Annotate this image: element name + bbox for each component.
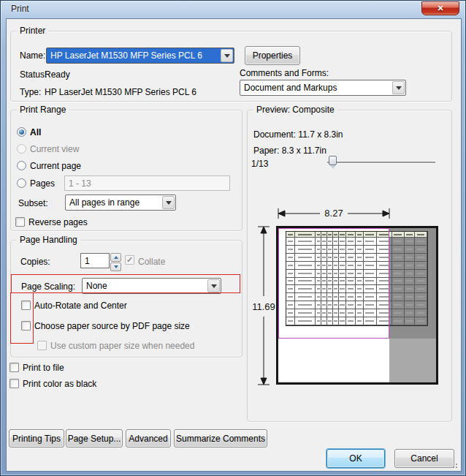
preview-table-cell xyxy=(405,285,415,293)
chevron-down-icon[interactable] xyxy=(221,49,233,62)
ok-button[interactable]: OK xyxy=(326,449,385,468)
custom-paper-size-label: Use custom paper size when needed xyxy=(50,341,194,351)
reverse-pages-checkbox[interactable] xyxy=(15,217,25,227)
preview-table-cell xyxy=(405,317,415,325)
width-dimension-arrow: 8.27 xyxy=(275,204,393,220)
comments-forms-label: Comments and Forms: xyxy=(240,68,329,78)
preview-table-cell xyxy=(405,262,415,270)
chevron-down-icon[interactable] xyxy=(392,81,405,94)
preview-table-cell xyxy=(415,262,427,270)
current-view-radio xyxy=(17,144,26,154)
preview-page-indicator: 1/13 xyxy=(251,159,268,169)
status-label: Status: xyxy=(20,69,47,80)
printer-name-select[interactable]: HP LaserJet M1530 MFP Series PCL 6 xyxy=(46,48,234,64)
window-title: Print xyxy=(11,4,29,14)
preview-table-cell xyxy=(392,309,405,317)
advanced-button[interactable]: Advanced xyxy=(126,429,171,447)
print-range-group-label: Print Range xyxy=(17,105,69,116)
arrow-down-icon xyxy=(114,265,118,271)
preview-table-cell xyxy=(405,270,415,278)
printing-tips-button[interactable]: Printing Tips xyxy=(9,429,64,447)
preview-page-slider-thumb[interactable] xyxy=(329,156,337,165)
preview-table-cell xyxy=(405,246,415,254)
comments-forms-select[interactable]: Document and Markups xyxy=(240,80,406,96)
printer-group-label: Printer xyxy=(17,26,48,37)
status-value: Ready xyxy=(45,69,70,80)
preview-table-cell xyxy=(392,238,405,246)
chevron-down-icon[interactable] xyxy=(162,196,175,209)
preview-document-size: Document: 11.7 x 8.3in xyxy=(253,129,343,140)
print-color-black-label: Print color as black xyxy=(23,379,96,389)
preview-table-cell xyxy=(415,285,427,293)
print-to-file-label: Print to file xyxy=(23,363,64,373)
stepper-up-button[interactable] xyxy=(110,253,121,262)
pages-radio[interactable] xyxy=(17,178,26,188)
pages-radio-label: Pages xyxy=(30,178,55,189)
height-dimension-value: 11.69 xyxy=(252,301,275,312)
chevron-down-icon[interactable] xyxy=(207,279,220,292)
preview-table-cell xyxy=(392,262,405,270)
page-handling-group-label: Page Handling xyxy=(17,235,80,246)
preview-page-slider[interactable] xyxy=(327,162,435,163)
collate-checkbox: ✓ xyxy=(125,255,134,265)
print-color-black-checkbox[interactable] xyxy=(9,379,19,388)
dialog-content: Printer Name: HP LaserJet M1530 MFP Seri… xyxy=(6,18,462,472)
summarize-comments-button[interactable]: Summarize Comments xyxy=(174,429,267,447)
close-button[interactable]: ✕ xyxy=(421,1,459,15)
preview-table-cell xyxy=(405,232,415,238)
all-radio-label: All xyxy=(30,127,41,137)
preview-table-cell xyxy=(415,309,427,317)
preview-printable-outline xyxy=(278,228,389,339)
printer-name-value: HP LaserJet M1530 MFP Series PCL 6 xyxy=(47,48,220,63)
properties-button[interactable]: Properties xyxy=(245,46,300,65)
resize-grip[interactable] xyxy=(451,461,458,469)
title-bar[interactable]: Print ✕ xyxy=(1,1,465,18)
page-scaling-select[interactable]: None xyxy=(82,278,221,294)
paper-source-label: Choose paper source by PDF page size xyxy=(34,321,190,331)
page-setup-button[interactable]: Page Setup... xyxy=(66,429,123,447)
preview-table-cell xyxy=(405,278,415,286)
type-label: Type: xyxy=(20,87,41,97)
collate-label: Collate xyxy=(138,257,165,267)
current-page-radio[interactable] xyxy=(17,161,26,170)
page-handling-group: Page Handling Copies: 1 ✓ Collate Page S… xyxy=(10,240,242,358)
cancel-button[interactable]: Cancel xyxy=(394,449,454,468)
preview-table-cell xyxy=(392,317,405,325)
subset-label: Subset: xyxy=(18,198,48,208)
paper-source-checkbox[interactable] xyxy=(21,321,31,330)
copies-input[interactable]: 1 xyxy=(80,253,110,268)
preview-group-label: Preview: Composite xyxy=(253,105,337,116)
comments-forms-value: Document and Markups xyxy=(240,80,391,95)
preview-table-cell xyxy=(415,278,427,286)
print-dialog-window: Print ✕ Printer Name: HP LaserJet M1530 … xyxy=(0,0,466,476)
preview-table-cell xyxy=(415,293,427,301)
preview-table-cell xyxy=(392,285,405,293)
page-scaling-value: None xyxy=(83,279,207,293)
preview-paper-size: Paper: 8.3 x 11.7in xyxy=(253,146,326,156)
stepper-down-button[interactable] xyxy=(110,262,121,271)
preview-table-cell xyxy=(415,232,427,238)
preview-table-cell xyxy=(415,301,427,309)
height-dimension-arrow: 11.69 xyxy=(249,223,278,388)
preview-table-cell xyxy=(405,301,415,309)
current-page-radio-label: Current page xyxy=(30,161,81,171)
all-radio[interactable] xyxy=(17,127,26,137)
current-view-radio-label: Current view xyxy=(30,144,79,154)
page-scaling-label: Page Scaling: xyxy=(21,282,75,292)
preview-table-cell xyxy=(392,232,405,238)
printer-group: Printer Name: HP LaserJet M1530 MFP Seri… xyxy=(10,31,452,102)
subset-select[interactable]: All pages in range xyxy=(65,194,176,211)
print-range-group: Print Range All Current view Current pag… xyxy=(10,110,242,231)
check-icon: ✓ xyxy=(126,256,133,264)
preview-thumbnail xyxy=(276,226,438,385)
preview-group: Preview: Composite Document: 11.7 x 8.3i… xyxy=(247,110,452,422)
preview-table-cell xyxy=(415,246,427,254)
subset-value: All pages in range xyxy=(66,195,161,210)
preview-table-cell xyxy=(405,238,415,246)
auto-rotate-checkbox[interactable] xyxy=(21,301,31,310)
pages-range-input[interactable]: 1 - 13 xyxy=(64,175,230,191)
close-icon: ✕ xyxy=(437,4,443,13)
preview-table-cell xyxy=(392,278,405,286)
preview-table-cell xyxy=(392,301,405,309)
print-to-file-checkbox[interactable] xyxy=(9,363,19,372)
